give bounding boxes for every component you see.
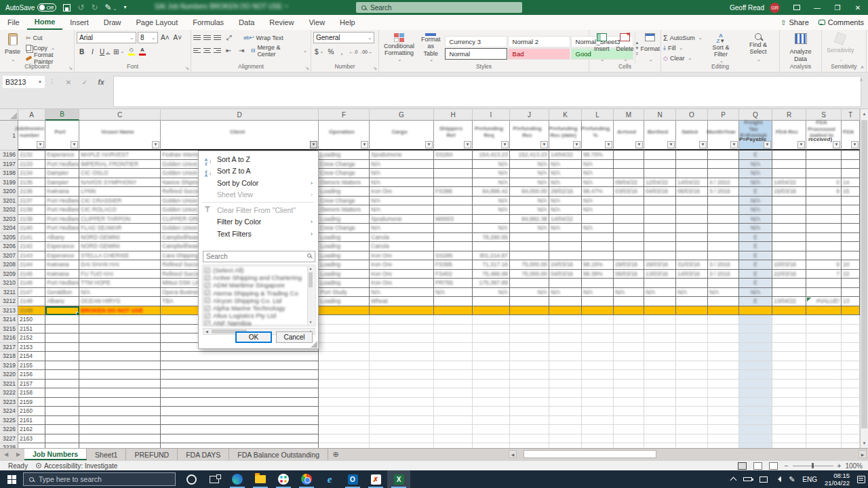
cell-R3224[interactable]	[772, 407, 806, 416]
cell-N3211[interactable]: N/A	[644, 288, 676, 298]
cell-P3223[interactable]	[708, 398, 739, 407]
restore-button[interactable]: ❐	[827, 0, 848, 15]
cell-O3222[interactable]	[676, 388, 708, 398]
cell-H3197[interactable]	[434, 160, 473, 169]
cell-G3212[interactable]: Wheat	[370, 297, 434, 306]
column-header-N[interactable]: N	[644, 109, 676, 121]
collapse-ribbon-icon[interactable]: ˄	[861, 64, 864, 70]
cell-N3216[interactable]	[644, 333, 676, 343]
cell-A3198[interactable]: 2134	[18, 169, 45, 178]
cell-G3207[interactable]: Iron Ore	[370, 251, 434, 261]
clear-button[interactable]: ◇Clear⌄	[663, 53, 703, 63]
cell-G3205[interactable]: Canola	[370, 233, 434, 243]
cell-Q3212[interactable]: E	[739, 297, 772, 306]
cell-B3210[interactable]: Port Hedland	[45, 279, 79, 288]
delete-cells-button[interactable]: Delete⌄	[614, 32, 637, 64]
row-header-3222[interactable]: 3222	[0, 388, 18, 398]
cell-S3205[interactable]	[806, 233, 842, 243]
cell-P3225[interactable]	[708, 416, 739, 426]
cell-T3198[interactable]	[842, 169, 860, 178]
increase-font-icon[interactable]: A˄	[159, 33, 171, 43]
cell-B3219[interactable]	[45, 361, 79, 371]
cell-O3216[interactable]	[676, 333, 708, 343]
cell-N3225[interactable]	[644, 416, 676, 426]
cell-F3198[interactable]: Crew Change	[319, 169, 370, 178]
cell-B3220[interactable]	[45, 370, 79, 380]
cell-K3217[interactable]	[549, 343, 582, 352]
cell-K3214[interactable]	[549, 315, 582, 325]
share-button[interactable]: ⇧Share	[781, 18, 809, 26]
start-button[interactable]	[0, 470, 23, 488]
cell-I3212[interactable]	[473, 297, 510, 306]
cell-A3206[interactable]: 2142	[18, 242, 45, 251]
cell-S3203[interactable]	[806, 215, 842, 224]
cell-I3203[interactable]	[473, 215, 510, 224]
cell-G3208[interactable]: Iron Ore	[370, 260, 434, 270]
cell-Q3226[interactable]	[739, 425, 772, 434]
page-break-view-icon[interactable]	[769, 462, 778, 470]
cell-S3207[interactable]	[806, 251, 842, 261]
cell-K3220[interactable]	[549, 370, 582, 380]
cell-O3227[interactable]	[676, 434, 708, 444]
cell-F3221[interactable]	[319, 380, 370, 389]
cell-G3200[interactable]: Iron Ore	[370, 187, 434, 197]
cell-I3214[interactable]	[473, 315, 510, 325]
sheet-nav-right-icon[interactable]: ▶	[12, 449, 24, 460]
cell-F3206[interactable]: Loading	[319, 242, 370, 251]
resize-grip[interactable]	[311, 341, 317, 348]
cell-C3200[interactable]: LYNN	[79, 187, 161, 197]
cell-K3218[interactable]	[549, 352, 582, 361]
row-header-3204[interactable]: 3204	[0, 224, 18, 233]
cell-T3208[interactable]: 10	[842, 260, 860, 270]
cell-L3216[interactable]	[582, 333, 614, 343]
align-center-icon[interactable]	[203, 48, 211, 53]
cell-C3220[interactable]	[79, 370, 161, 380]
alignment-dialog-launcher[interactable]: ⇘	[305, 66, 309, 71]
cell-I3202[interactable]: N/A	[473, 205, 510, 215]
cell-H3222[interactable]	[434, 388, 473, 398]
cell-M3228[interactable]	[614, 443, 644, 448]
cell-K3215[interactable]	[549, 325, 582, 334]
row-header-3224[interactable]: 3224	[0, 407, 18, 416]
cell-T3210[interactable]	[842, 279, 860, 288]
cell-Q3210[interactable]: E	[739, 279, 772, 288]
cell-R3204[interactable]	[772, 224, 806, 233]
cell-O3209[interactable]: 14/03/16	[676, 270, 708, 279]
orientation-icon[interactable]: ⤢	[224, 33, 234, 43]
cell-T3204[interactable]	[842, 224, 860, 233]
cell-O3204[interactable]	[676, 224, 708, 233]
cell-L3197[interactable]: N/A	[582, 160, 614, 169]
ink-icon[interactable]: ✎⌄	[105, 3, 117, 12]
cell-Q3196[interactable]: E	[739, 150, 772, 160]
filter-search-input[interactable]	[203, 251, 315, 262]
cell-F3212[interactable]: Loading	[319, 297, 370, 306]
cell-T3202[interactable]	[842, 205, 860, 215]
cell-A3211[interactable]: 2147	[18, 288, 45, 298]
cell-R3202[interactable]	[772, 205, 806, 215]
slack-icon[interactable]	[272, 470, 295, 488]
cell-K3222[interactable]	[549, 388, 582, 398]
cell-R3198[interactable]	[772, 169, 806, 178]
cell-G3209[interactable]: Iron Ore	[370, 270, 434, 279]
cell-T3209[interactable]: 22	[842, 270, 860, 279]
cell-S3212[interactable]: #VALUE!	[806, 297, 842, 306]
cell-L3217[interactable]	[582, 343, 614, 352]
cell-A3222[interactable]: 2158	[18, 388, 45, 398]
action-center-icon[interactable]	[857, 476, 865, 483]
cell-R3221[interactable]	[772, 380, 806, 389]
filter-button-D[interactable]: ▼	[310, 141, 317, 148]
cell-F3211[interactable]: Port Study	[319, 288, 370, 298]
cell-Q3217[interactable]	[739, 343, 772, 352]
filter-list-item[interactable]: ✓Alcyon Shipping Co. Ltd	[205, 297, 308, 304]
cell-M3204[interactable]	[614, 224, 644, 233]
cell-F3196[interactable]: Loading	[319, 150, 370, 160]
ribbon-display-options-icon[interactable]	[787, 0, 807, 15]
cell-N3220[interactable]	[644, 370, 676, 380]
cell-H3200[interactable]: FS386	[434, 187, 473, 197]
cell-P3227[interactable]	[708, 434, 739, 444]
cell-N3199[interactable]: 12/04/22	[644, 178, 676, 188]
cell-S3196[interactable]	[806, 150, 842, 160]
cell-I3223[interactable]	[473, 398, 510, 407]
cell-I3220[interactable]	[473, 370, 510, 380]
insert-cells-button[interactable]: Insert⌄	[591, 32, 612, 64]
